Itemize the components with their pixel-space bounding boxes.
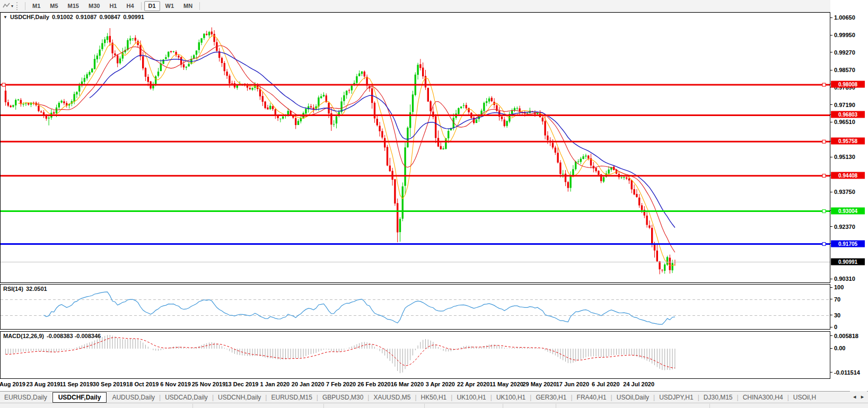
candle-body xyxy=(333,124,335,125)
candle-body xyxy=(264,102,266,108)
chart-tab-eurusd-m15[interactable]: EURUSD,M15 xyxy=(267,392,316,403)
candle-body xyxy=(305,109,306,113)
chart-tab-xauusd-m5[interactable]: XAUUSD,M5 xyxy=(369,392,415,403)
axis-tick-mark xyxy=(830,192,832,192)
candle-body xyxy=(226,72,227,76)
axis-tick-mark xyxy=(830,70,832,70)
timeframe-toolbar: ▾ M1M5M15M30H1H4D1W1MN xyxy=(0,0,868,12)
candle-body xyxy=(636,194,637,197)
chart-tab-dj30-m15[interactable]: DJ30,M15 xyxy=(699,392,737,403)
candle-body xyxy=(559,163,561,174)
candle-body xyxy=(310,107,312,108)
date-axis-label: 30 Sep 2019 xyxy=(93,381,126,387)
candle-body xyxy=(84,78,85,82)
candle-body xyxy=(56,108,57,113)
candle-body xyxy=(269,106,271,109)
timeframe-button-m1[interactable]: M1 xyxy=(28,1,45,11)
timeframe-button-h1[interactable]: H1 xyxy=(105,1,121,11)
price-axis-label: 0.99950 xyxy=(834,32,855,38)
axis-tick-mark xyxy=(830,348,832,349)
status-bar-divider xyxy=(503,404,503,408)
candle-body xyxy=(562,174,564,174)
tab-scroll-left-icon[interactable]: ◄ xyxy=(852,394,857,400)
toolbar-dropdown-icon[interactable]: ▾ xyxy=(11,4,13,8)
candle-body xyxy=(389,165,391,171)
candle-body xyxy=(196,50,197,55)
candlestick-canvas[interactable] xyxy=(1,13,830,282)
candle-body xyxy=(127,40,128,50)
price-axis-label: 0.99270 xyxy=(834,49,855,56)
timeframe-button-m15[interactable]: M15 xyxy=(64,1,83,11)
axis-tick-mark xyxy=(830,35,832,36)
date-axis-label: 20 Jan 2020 xyxy=(292,381,325,387)
timeframe-button-mn[interactable]: MN xyxy=(179,1,197,11)
rsi-axis-label: 100 xyxy=(834,284,844,290)
chart-tab-usoil-h[interactable]: USOil,H xyxy=(789,392,820,403)
rsi-name: RSI(14) xyxy=(3,286,23,292)
candle-body xyxy=(585,156,586,157)
candle-body xyxy=(40,111,42,112)
candle-body xyxy=(427,88,429,102)
drawing-tool-icon[interactable] xyxy=(2,2,11,10)
level-handle[interactable] xyxy=(822,83,826,86)
level-handle[interactable] xyxy=(822,140,826,143)
chart-tab-usoil-daily[interactable]: USOil,Daily xyxy=(612,392,653,403)
candle-body xyxy=(577,162,579,162)
collapse-chart-icon[interactable]: ▼ xyxy=(3,15,7,21)
candle-body xyxy=(429,101,431,111)
mid-ma-line[interactable] xyxy=(36,46,675,252)
toolbar-grip[interactable] xyxy=(16,2,20,10)
axis-tick-mark xyxy=(830,226,832,227)
price-level-badge: 0.95758 xyxy=(831,138,865,145)
candle-body xyxy=(346,91,347,95)
date-axis-label: 6 Jul 2020 xyxy=(592,381,620,387)
level-handle[interactable] xyxy=(2,83,5,86)
status-bar-divider xyxy=(556,404,556,408)
macd-canvas[interactable] xyxy=(1,332,830,378)
chart-tab-usdjpy-h1[interactable]: USDJPY,H1 xyxy=(655,392,697,403)
chart-tab-usdcnh-daily[interactable]: USDCNH,Daily xyxy=(214,392,265,403)
chart-tab-hk50-h1[interactable]: HK50,H1 xyxy=(417,392,451,403)
timeframe-button-m30[interactable]: M30 xyxy=(84,1,104,11)
level-handle[interactable] xyxy=(822,210,826,213)
price-axis[interactable]: 1.006500.999500.992700.985700.978900.971… xyxy=(830,0,868,408)
date-axis[interactable]: 5 Aug 201923 Aug 201911 Sep 201930 Sep 2… xyxy=(0,379,830,391)
macd-indicator-panel[interactable]: MACD(12,26,9) -0.008383 -0.008346 xyxy=(0,331,830,379)
price-chart-panel[interactable]: ▼ USDCHF,Daily 0.91002 0.91087 0.90847 0… xyxy=(0,12,830,283)
tab-scroll-right-icon[interactable]: ► xyxy=(860,394,865,400)
chart-title: ▼ USDCHF,Daily 0.91002 0.91087 0.90847 0… xyxy=(3,14,144,20)
chart-tab-uk100-h1[interactable]: UK100,H1 xyxy=(452,392,490,403)
candle-body xyxy=(336,117,337,124)
timeframe-button-h4[interactable]: H4 xyxy=(122,1,138,11)
timeframe-button-m5[interactable]: M5 xyxy=(46,1,62,11)
chart-tab-audusd-daily[interactable]: AUDUSD,Daily xyxy=(108,392,159,403)
candle-body xyxy=(567,182,569,188)
candle-body xyxy=(519,108,520,111)
chart-tab-usdcad-daily[interactable]: USDCAD,Daily xyxy=(161,392,212,403)
date-axis-label: 29 May 2020 xyxy=(522,381,556,387)
candle-body xyxy=(162,59,164,64)
candle-body xyxy=(343,95,345,101)
rsi-indicator-panel[interactable]: RSI(14) 32.0501 xyxy=(0,284,830,330)
chart-tab-fra40-h1[interactable]: FRA40,H1 xyxy=(573,392,611,403)
slow-ma-line[interactable] xyxy=(90,52,675,227)
candle-body xyxy=(555,148,556,153)
level-handle[interactable] xyxy=(822,174,826,178)
date-axis-label: 26 Feb 2020 xyxy=(357,381,390,387)
chart-tab-usdchf-daily[interactable]: USDCHF,Daily xyxy=(52,392,107,403)
chart-tab-ger30-h1[interactable]: GER30,H1 xyxy=(531,392,571,403)
rsi-canvas[interactable] xyxy=(1,285,830,329)
timeframe-button-w1[interactable]: W1 xyxy=(161,1,179,11)
chart-tab-china300-h4[interactable]: CHINA300,H4 xyxy=(739,392,787,403)
candle-body xyxy=(170,51,172,52)
candle-body xyxy=(514,108,515,110)
candle-body xyxy=(323,95,325,96)
chart-tab-eurusd-daily[interactable]: EURUSD,Daily xyxy=(0,392,51,403)
date-axis-label: 25 Nov 2019 xyxy=(192,381,226,387)
fast-ma-line[interactable] xyxy=(19,36,675,266)
timeframe-button-d1[interactable]: D1 xyxy=(144,1,160,11)
candle-body xyxy=(476,119,477,123)
chart-tab-gbpusd-m30[interactable]: GBPUSD,M30 xyxy=(318,392,367,403)
chart-tab-uk100-h1[interactable]: UK100,H1 xyxy=(492,392,530,403)
level-handle[interactable] xyxy=(822,243,826,246)
